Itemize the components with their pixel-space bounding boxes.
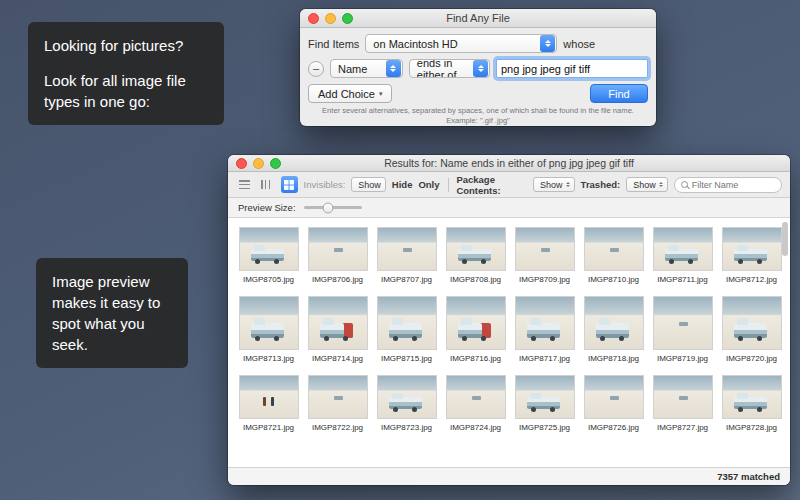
photo-subject [472,396,481,400]
results-window: Results for: Name ends in either of png … [228,155,790,485]
photo-subject [389,323,421,338]
add-choice-button[interactable]: Add Choice ▾ [308,84,392,103]
package-contents-label: Package Contents: [456,174,527,196]
file-name: IMGP8706.jpg [312,275,363,284]
file-item[interactable]: IMGP8712.jpg [721,228,782,284]
file-item[interactable]: IMGP8728.jpg [721,376,782,432]
photo-subject [458,323,490,338]
close-button[interactable] [308,13,319,24]
minimize-button[interactable] [325,13,336,24]
file-item[interactable]: IMGP8714.jpg [307,297,368,363]
filter-search-field[interactable] [674,177,782,193]
location-popup[interactable]: on Macintosh HD [365,34,557,53]
file-name: IMGP8721.jpg [243,423,294,432]
grid-view-button[interactable] [281,176,298,193]
file-thumbnail [516,297,574,349]
zoom-button[interactable] [342,13,353,24]
file-name: IMGP8722.jpg [312,423,363,432]
photo-subject [541,248,550,252]
file-thumbnail [447,376,505,418]
slider-knob[interactable] [322,202,333,213]
file-item[interactable]: IMGP8724.jpg [445,376,506,432]
filter-name-input[interactable] [692,180,775,190]
photo-subject [610,248,619,252]
file-name: IMGP8714.jpg [312,354,363,363]
preview-size-slider[interactable] [304,206,362,209]
file-item[interactable]: IMGP8707.jpg [376,228,437,284]
list-view-icon [239,180,250,189]
file-thumbnail [447,297,505,349]
file-item[interactable]: IMGP8715.jpg [376,297,437,363]
photo-subject [679,322,688,326]
invisibles-label: Invisibles: [304,179,346,190]
file-name: IMGP8719.jpg [657,354,708,363]
photo-subject [320,323,352,338]
file-item[interactable]: IMGP8708.jpg [445,228,506,284]
file-item[interactable]: IMGP8725.jpg [514,376,575,432]
window-controls [236,158,281,169]
file-item[interactable]: IMGP8711.jpg [652,228,713,284]
minimize-button[interactable] [253,158,264,169]
file-thumbnail [723,297,781,349]
file-name: IMGP8723.jpg [381,423,432,432]
find-window-titlebar[interactable]: Find Any File [300,9,656,28]
file-item[interactable]: IMGP8718.jpg [583,297,644,363]
photo-subject [251,249,283,261]
file-item[interactable]: IMGP8720.jpg [721,297,782,363]
zoom-button[interactable] [270,158,281,169]
invisibles-hide-option[interactable]: Hide [392,179,413,190]
stepper-arrows-icon [659,182,663,187]
stepper-arrows-icon [566,182,570,187]
photo-subject [734,249,766,261]
list-view-button[interactable] [236,176,253,193]
file-item[interactable]: IMGP8727.jpg [652,376,713,432]
file-thumbnail [447,228,505,270]
remove-criterion-button[interactable]: – [308,61,324,77]
callout-pictures-line1: Looking for pictures? [44,35,208,56]
file-item[interactable]: IMGP8726.jpg [583,376,644,432]
file-item[interactable]: IMGP8717.jpg [514,297,575,363]
scrollbar[interactable] [782,222,788,256]
file-name: IMGP8725.jpg [519,423,570,432]
photo-subject [389,397,421,409]
callout-pictures: Looking for pictures? Look for all image… [28,22,224,125]
results-window-titlebar[interactable]: Results for: Name ends in either of png … [228,155,790,172]
search-icon [681,181,688,188]
file-item[interactable]: IMGP8710.jpg [583,228,644,284]
file-name: IMGP8727.jpg [657,423,708,432]
file-item[interactable]: IMGP8716.jpg [445,297,506,363]
criterion-operator-popup[interactable]: ends in either of [409,59,490,78]
window-controls [308,13,353,24]
file-item[interactable]: IMGP8721.jpg [238,376,299,432]
photo-subject [263,397,266,406]
column-view-button[interactable] [259,176,276,193]
photo-subject [734,397,766,409]
criterion-value-input[interactable] [496,59,648,78]
file-name: IMGP8720.jpg [726,354,777,363]
file-item[interactable]: IMGP8713.jpg [238,297,299,363]
invisibles-show-button[interactable]: Show [351,177,386,192]
window-title: Find Any File [446,12,510,24]
find-button[interactable]: Find [590,84,648,103]
invisibles-only-option[interactable]: Only [418,179,439,190]
file-item[interactable]: IMGP8723.jpg [376,376,437,432]
file-item[interactable]: IMGP8709.jpg [514,228,575,284]
file-item[interactable]: IMGP8706.jpg [307,228,368,284]
grid-view-icon [284,180,294,190]
file-thumbnail [516,376,574,418]
file-name: IMGP8705.jpg [243,275,294,284]
criterion-field-popup[interactable]: Name [330,59,403,78]
package-contents-popup[interactable]: Show [533,177,575,192]
file-item[interactable]: IMGP8705.jpg [238,228,299,284]
file-item[interactable]: IMGP8722.jpg [307,376,368,432]
file-item[interactable]: IMGP8719.jpg [652,297,713,363]
file-name: IMGP8724.jpg [450,423,501,432]
status-bar: 7357 matched [228,467,790,485]
trashed-popup[interactable]: Show [626,177,668,192]
close-button[interactable] [236,158,247,169]
file-thumbnail [585,297,643,349]
file-thumbnail [309,297,367,349]
thumbnail-grid: IMGP8705.jpg IMGP8706.jpg IMGP8707.jpg I… [238,228,782,432]
window-title: Results for: Name ends in either of png … [384,157,634,169]
file-thumbnail [723,376,781,418]
